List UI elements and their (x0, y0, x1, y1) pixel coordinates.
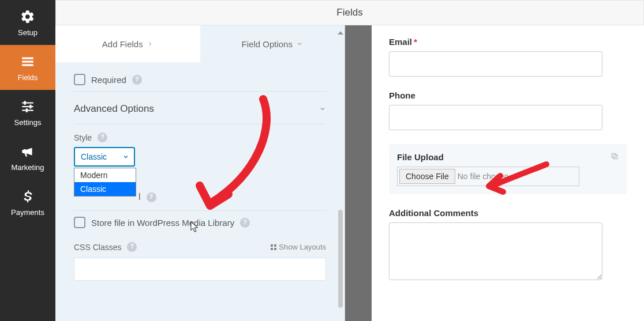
scrollbar[interactable] (338, 31, 343, 308)
svg-rect-2 (22, 64, 33, 66)
cursor-icon (190, 221, 201, 236)
page-title: Fields (55, 0, 644, 25)
help-icon[interactable] (132, 75, 142, 85)
svg-rect-7 (29, 104, 31, 108)
required-row: Required (74, 68, 326, 92)
style-block: Style Classic Modern Classic (74, 124, 326, 167)
sidebar-item-label: Setup (18, 28, 38, 37)
phone-group: Phone (389, 90, 627, 130)
sidebar-item-fields[interactable]: Fields (0, 45, 55, 90)
svg-rect-4 (22, 105, 33, 107)
svg-rect-10 (612, 153, 616, 157)
help-icon[interactable] (98, 133, 107, 142)
svg-rect-9 (613, 155, 617, 159)
chevron-down-icon (319, 105, 326, 112)
file-upload-box: File Upload Choose File No file chosen (389, 144, 627, 194)
email-label: Email* (389, 37, 627, 47)
sidebar-item-setup[interactable]: Setup (0, 0, 55, 45)
options-panel: Required Advanced Options Style Cl (55, 62, 345, 292)
bullhorn-icon (20, 143, 36, 160)
sidebar-item-label: Payments (11, 208, 44, 217)
required-checkbox[interactable] (74, 74, 85, 85)
list-icon (20, 54, 36, 70)
dollar-icon (20, 188, 36, 205)
no-file-text: No file chosen (458, 172, 509, 181)
email-group: Email* (389, 37, 627, 77)
svg-rect-8 (26, 108, 28, 112)
tab-field-options[interactable]: Field Options (200, 25, 345, 62)
store-file-checkbox[interactable] (74, 217, 85, 228)
comments-group: Additional Comments (389, 208, 627, 282)
grid-icon (271, 244, 276, 250)
sidebar-item-label: Marketing (11, 163, 44, 172)
style-label: Style (74, 133, 326, 142)
app-root: Setup Fields Settings Marketing Payments (0, 0, 644, 321)
scroll-thumb[interactable] (338, 210, 343, 308)
required-star-icon: * (414, 37, 417, 47)
sidebar-item-marketing[interactable]: Marketing (0, 135, 55, 180)
style-option-classic[interactable]: Classic (74, 182, 136, 196)
help-icon[interactable] (240, 218, 250, 228)
css-classes-label: CSS Classes (74, 242, 137, 252)
svg-rect-0 (22, 57, 33, 59)
choose-file-button[interactable]: Choose File (399, 169, 455, 184)
style-option-modern[interactable]: Modern (74, 168, 136, 182)
sidebar: Setup Fields Settings Marketing Payments (0, 0, 55, 321)
tabs: Add Fields Field Options (55, 25, 345, 62)
svg-rect-1 (22, 61, 33, 62)
svg-rect-6 (24, 101, 26, 105)
divider-column (345, 25, 372, 321)
gear-icon (20, 9, 36, 25)
chevron-down-icon (122, 153, 129, 160)
help-icon[interactable] (127, 242, 137, 252)
sidebar-item-label: Fields (18, 73, 38, 82)
css-classes-row: CSS Classes Show Layouts (74, 234, 326, 252)
file-upload-label: File Upload (397, 152, 619, 162)
file-input[interactable]: Choose File No file chosen (397, 167, 579, 186)
options-column: Add Fields Field Options Required (55, 25, 345, 321)
style-dropdown: Modern Classic (74, 168, 136, 197)
sidebar-item-payments[interactable]: Payments (0, 180, 55, 225)
duplicate-icon[interactable] (611, 152, 619, 162)
chevron-right-icon (147, 40, 153, 47)
phone-field[interactable] (389, 105, 602, 130)
show-layouts-button[interactable]: Show Layouts (271, 243, 326, 251)
advanced-options-section[interactable]: Advanced Options (74, 92, 326, 124)
sidebar-item-label: Settings (14, 118, 42, 127)
phone-label: Phone (389, 90, 627, 100)
comments-field[interactable] (389, 222, 602, 280)
scroll-arrow-up-icon (338, 31, 343, 35)
columns: Add Fields Field Options Required (55, 25, 644, 321)
sliders-icon (20, 99, 36, 115)
help-icon[interactable] (147, 192, 156, 202)
style-select[interactable]: Classic Modern Classic (74, 147, 135, 167)
sidebar-item-settings[interactable]: Settings (0, 90, 55, 135)
email-field[interactable] (389, 51, 602, 77)
svg-rect-3 (22, 102, 33, 103)
comments-label: Additional Comments (389, 208, 627, 218)
main-content: Fields Add Fields Field Options (55, 0, 644, 321)
file-upload-group: File Upload Choose File No file chosen (389, 144, 627, 194)
tab-add-fields[interactable]: Add Fields (55, 25, 200, 62)
css-classes-input[interactable] (74, 258, 326, 281)
preview-column: Email* Phone File Upload Cho (372, 25, 644, 321)
chevron-down-icon (296, 40, 303, 47)
